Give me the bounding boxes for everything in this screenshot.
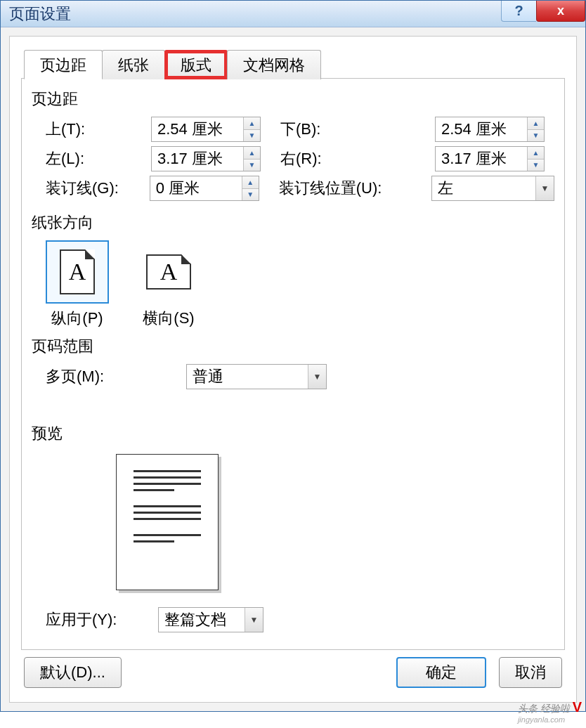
margin-row-3: 装订线(G): ▲▼ 装订线位置(U): 左 ▼ [46,176,554,201]
cancel-button[interactable]: 取消 [499,657,562,688]
watermark-url: jingyanla.com [518,715,582,724]
page-range-group-title: 页码范围 [32,336,554,357]
left-spin-buttons[interactable]: ▲▼ [243,147,260,171]
orientation-landscape[interactable]: A 横向(S) [137,240,200,329]
bottom-spin-buttons[interactable]: ▲▼ [527,117,544,141]
tab-margins[interactable]: 页边距 [24,50,103,79]
gutter-pos-select[interactable]: 左 ▼ [431,176,555,201]
chevron-down-icon: ▼ [308,365,326,389]
apply-to-row: 应用于(Y): 整篇文档 ▼ [46,607,554,632]
gutter-spinner[interactable]: ▲▼ [150,176,259,201]
gutter-label: 装订线(G): [46,178,119,199]
margin-row-2: 左(L): ▲▼ 右(R): ▲▼ [46,146,554,171]
right-spin-buttons[interactable]: ▲▼ [527,147,544,171]
multi-page-row: 多页(M): 普通 ▼ [46,364,554,389]
window-controls: ? x [501,1,585,27]
preview-thumbnail [116,454,219,590]
chevron-down-icon: ▼ [535,176,554,200]
multi-value: 普通 [193,366,223,387]
preview-group-title: 预览 [32,423,554,444]
tab-strip: 页边距 纸张 版式 文档网格 [24,49,565,79]
right-input[interactable] [436,147,527,171]
gutter-input[interactable] [150,176,242,200]
help-button[interactable]: ? [501,1,536,22]
bottom-label: 下(B): [280,119,320,140]
gutter-pos-value: 左 [438,178,453,199]
right-label: 右(R): [280,148,322,169]
gutter-pos-label: 装订线位置(U): [279,178,382,199]
top-spinner[interactable]: ▲▼ [151,117,261,142]
landscape-icon: A [146,254,191,290]
portrait-label: 纵向(P) [51,308,103,329]
apply-label: 应用于(Y): [46,609,117,630]
bottom-spinner[interactable]: ▲▼ [435,117,545,142]
multi-select[interactable]: 普通 ▼ [186,364,327,389]
top-spin-buttons[interactable]: ▲▼ [243,117,260,141]
gutter-spin-buttons[interactable]: ▲▼ [242,176,259,200]
apply-select[interactable]: 整篇文档 ▼ [158,607,263,632]
landscape-label: 横向(S) [143,308,194,329]
multi-label: 多页(M): [46,366,104,387]
tab-paper[interactable]: 纸张 [102,50,165,79]
right-spinner[interactable]: ▲▼ [435,146,545,171]
titlebar: 页面设置 ? x [1,1,585,27]
left-label: 左(L): [46,148,84,169]
tab-grid[interactable]: 文档网格 [227,50,321,79]
dialog-inner: 页边距 纸张 版式 文档网格 页边距 上(T): ▲▼ 下(B): [9,36,577,703]
left-spinner[interactable]: ▲▼ [151,146,261,171]
page-setup-dialog: 页面设置 ? x 页边距 纸张 版式 文档网格 页边距 上(T): [0,0,586,712]
orientation-group-title: 纸张方向 [32,212,554,233]
top-input[interactable] [152,117,243,141]
margins-group-title: 页边距 [32,89,554,110]
orientation-row: A 纵向(P) A 横向(S) [46,240,554,329]
chevron-down-icon: ▼ [245,608,263,632]
top-label: 上(T): [46,119,85,140]
dialog-footer: 默认(D)... 确定 取消 [21,650,565,691]
portrait-icon: A [60,249,95,294]
margin-row-1: 上(T): ▲▼ 下(B): ▲▼ [46,117,554,142]
dialog-body: 页边距 纸张 版式 文档网格 页边距 上(T): ▲▼ 下(B): [1,27,585,711]
tab-panel: 页边距 上(T): ▲▼ 下(B): ▲▼ [21,78,565,650]
tab-layout[interactable]: 版式 [164,50,228,79]
apply-value: 整篇文档 [164,609,226,630]
left-input[interactable] [152,147,243,171]
default-button[interactable]: 默认(D)... [24,657,122,688]
close-button[interactable]: x [536,1,585,22]
orientation-portrait[interactable]: A 纵向(P) [46,240,109,329]
bottom-input[interactable] [436,117,527,141]
ok-button[interactable]: 确定 [396,657,486,688]
window-title: 页面设置 [9,4,71,25]
